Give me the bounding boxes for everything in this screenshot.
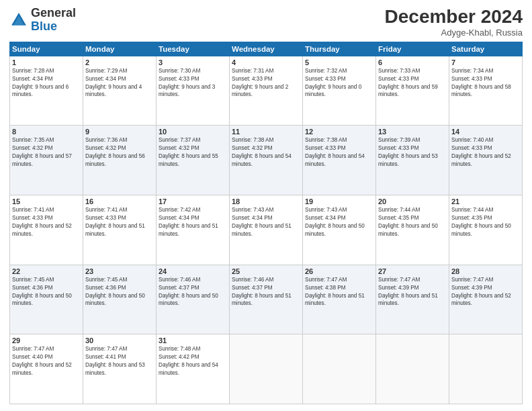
day-info: Sunrise: 7:47 AMSunset: 4:39 PMDaylight:… (378, 276, 447, 308)
day-info: Sunrise: 7:44 AMSunset: 4:35 PMDaylight:… (451, 206, 520, 238)
day-info-line: Daylight: 8 hours and 50 minutes. (159, 292, 227, 308)
day-number: 8 (12, 128, 81, 136)
day-info-line: Daylight: 8 hours and 50 minutes. (378, 222, 447, 238)
day-number: 5 (305, 58, 373, 66)
day-info-line: Daylight: 9 hours and 4 minutes. (85, 83, 154, 99)
day-number: 28 (451, 267, 520, 275)
calendar-cell: 4Sunrise: 7:31 AMSunset: 4:33 PMDaylight… (230, 56, 303, 126)
day-info-line: Sunset: 4:36 PM (85, 284, 154, 292)
day-info: Sunrise: 7:47 AMSunset: 4:39 PMDaylight:… (451, 276, 520, 308)
day-info-line: Sunrise: 7:47 AM (305, 276, 373, 284)
day-number: 19 (305, 197, 373, 205)
calendar-cell: 7Sunrise: 7:34 AMSunset: 4:33 PMDaylight… (449, 56, 523, 126)
calendar-cell: 9Sunrise: 7:36 AMSunset: 4:32 PMDaylight… (83, 126, 157, 195)
day-number: 7 (451, 58, 520, 66)
day-info-line: Daylight: 8 hours and 54 minutes. (305, 152, 373, 169)
day-info-line: Sunrise: 7:33 AM (378, 67, 447, 75)
day-info-line: Daylight: 8 hours and 54 minutes. (232, 152, 300, 169)
day-info-line: Daylight: 8 hours and 52 minutes. (451, 292, 520, 308)
day-info-line: Sunset: 4:39 PM (378, 284, 447, 292)
col-header-tuesday: Tuesday (157, 42, 230, 56)
day-info-line: Sunset: 4:33 PM (451, 75, 520, 83)
day-number: 2 (85, 58, 154, 66)
calendar-cell: 14Sunrise: 7:40 AMSunset: 4:33 PMDayligh… (449, 126, 523, 195)
day-info-line: Daylight: 9 hours and 2 minutes. (232, 83, 300, 99)
calendar-cell: 27Sunrise: 7:47 AMSunset: 4:39 PMDayligh… (376, 265, 449, 334)
calendar-cell: 21Sunrise: 7:44 AMSunset: 4:35 PMDayligh… (449, 195, 523, 265)
calendar-cell (376, 334, 449, 404)
day-info-line: Sunrise: 7:38 AM (305, 136, 373, 144)
day-number: 31 (159, 336, 227, 345)
day-info: Sunrise: 7:47 AMSunset: 4:41 PMDaylight:… (85, 345, 154, 377)
day-info-line: Daylight: 8 hours and 56 minutes. (85, 152, 154, 169)
day-info: Sunrise: 7:36 AMSunset: 4:32 PMDaylight:… (85, 136, 154, 169)
day-number: 26 (305, 267, 373, 275)
day-info: Sunrise: 7:33 AMSunset: 4:33 PMDaylight:… (378, 67, 447, 99)
calendar-cell: 8Sunrise: 7:35 AMSunset: 4:32 PMDaylight… (10, 126, 83, 195)
calendar-cell: 28Sunrise: 7:47 AMSunset: 4:39 PMDayligh… (449, 265, 523, 334)
day-info-line: Sunrise: 7:41 AM (85, 206, 154, 214)
day-info-line: Daylight: 8 hours and 52 minutes. (12, 361, 81, 377)
day-info-line: Sunset: 4:34 PM (85, 75, 154, 83)
calendar-cell: 17Sunrise: 7:42 AMSunset: 4:34 PMDayligh… (157, 195, 230, 265)
day-info: Sunrise: 7:46 AMSunset: 4:37 PMDaylight:… (159, 276, 227, 308)
day-info-line: Sunset: 4:33 PM (451, 144, 520, 152)
day-info-line: Daylight: 8 hours and 51 minutes. (378, 292, 447, 308)
logo-text: General Blue (31, 7, 76, 34)
day-info-line: Sunrise: 7:30 AM (159, 67, 227, 75)
month-year: December 2024 (385, 7, 523, 28)
calendar-week-4: 22Sunrise: 7:45 AMSunset: 4:36 PMDayligh… (10, 265, 523, 334)
day-info-line: Daylight: 8 hours and 51 minutes. (159, 222, 227, 238)
day-number: 24 (159, 267, 227, 275)
day-number: 11 (232, 128, 300, 136)
day-number: 17 (159, 197, 227, 205)
calendar-cell: 10Sunrise: 7:37 AMSunset: 4:32 PMDayligh… (157, 126, 230, 195)
logo-general: General (31, 6, 76, 19)
logo-blue: Blue (31, 19, 57, 33)
day-info-line: Sunrise: 7:42 AM (159, 206, 227, 214)
calendar-cell: 11Sunrise: 7:38 AMSunset: 4:32 PMDayligh… (230, 126, 303, 195)
day-info-line: Sunset: 4:33 PM (305, 144, 373, 152)
day-info-line: Daylight: 8 hours and 51 minutes. (305, 292, 373, 308)
day-info-line: Sunrise: 7:48 AM (159, 345, 227, 353)
calendar-header-row: SundayMondayTuesdayWednesdayThursdayFrid… (10, 42, 523, 56)
day-info-line: Sunset: 4:37 PM (232, 284, 300, 292)
day-info-line: Sunrise: 7:36 AM (85, 136, 154, 144)
calendar-cell: 3Sunrise: 7:30 AMSunset: 4:33 PMDaylight… (157, 56, 230, 126)
calendar-cell: 25Sunrise: 7:46 AMSunset: 4:37 PMDayligh… (230, 265, 303, 334)
day-info-line: Daylight: 9 hours and 3 minutes. (159, 83, 227, 99)
day-info-line: Sunset: 4:40 PM (12, 353, 81, 361)
day-info: Sunrise: 7:47 AMSunset: 4:40 PMDaylight:… (12, 345, 81, 377)
day-info-line: Daylight: 8 hours and 50 minutes. (305, 222, 373, 238)
day-info-line: Sunrise: 7:46 AM (159, 276, 227, 284)
calendar-cell (449, 334, 523, 404)
calendar-cell: 2Sunrise: 7:29 AMSunset: 4:34 PMDaylight… (83, 56, 157, 126)
col-header-sunday: Sunday (10, 42, 83, 56)
day-info-line: Daylight: 8 hours and 57 minutes. (12, 152, 81, 169)
day-info-line: Sunset: 4:34 PM (159, 214, 227, 222)
day-number: 14 (451, 128, 520, 136)
day-info: Sunrise: 7:41 AMSunset: 4:33 PMDaylight:… (12, 206, 81, 238)
day-number: 23 (85, 267, 154, 275)
day-info-line: Daylight: 8 hours and 59 minutes. (378, 83, 447, 99)
col-header-saturday: Saturday (449, 42, 523, 56)
day-info: Sunrise: 7:45 AMSunset: 4:36 PMDaylight:… (12, 276, 81, 308)
day-info: Sunrise: 7:39 AMSunset: 4:33 PMDaylight:… (378, 136, 447, 169)
day-info-line: Sunset: 4:33 PM (85, 214, 154, 222)
calendar-cell: 6Sunrise: 7:33 AMSunset: 4:33 PMDaylight… (376, 56, 449, 126)
day-info: Sunrise: 7:46 AMSunset: 4:37 PMDaylight:… (232, 276, 300, 308)
day-info-line: Sunrise: 7:39 AM (378, 136, 447, 144)
col-header-monday: Monday (83, 42, 157, 56)
day-info-line: Daylight: 8 hours and 50 minutes. (85, 292, 154, 308)
calendar-cell: 26Sunrise: 7:47 AMSunset: 4:38 PMDayligh… (303, 265, 376, 334)
day-info-line: Daylight: 8 hours and 51 minutes. (232, 292, 300, 308)
calendar-table: SundayMondayTuesdayWednesdayThursdayFrid… (9, 42, 523, 404)
day-info-line: Sunset: 4:39 PM (451, 284, 520, 292)
calendar-cell: 23Sunrise: 7:45 AMSunset: 4:36 PMDayligh… (83, 265, 157, 334)
col-header-wednesday: Wednesday (230, 42, 303, 56)
day-info-line: Daylight: 8 hours and 52 minutes. (451, 152, 520, 169)
day-info-line: Sunrise: 7:47 AM (378, 276, 447, 284)
day-number: 3 (159, 58, 227, 66)
calendar-cell (230, 334, 303, 404)
calendar-cell: 30Sunrise: 7:47 AMSunset: 4:41 PMDayligh… (83, 334, 157, 404)
